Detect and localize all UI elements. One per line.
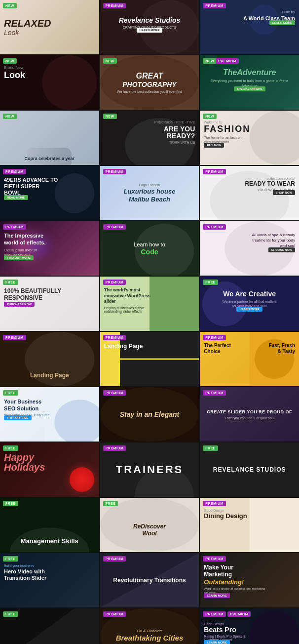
tile-13[interactable]: PREMIUM The Impressiveworld of effects. … — [0, 221, 99, 276]
tile-btn-15[interactable]: CHOOSE NOW — [268, 247, 295, 252]
tile-desc-24: Then you can, too. For your soul — [207, 416, 292, 420]
badge-free-28: FREE — [3, 501, 18, 506]
badge-new-6: NEW — [203, 58, 217, 64]
tile-subtitle-33: Outstanding! — [204, 578, 268, 586]
tile-33[interactable]: PREMIUM Make YourMarketing Outstanding! … — [200, 553, 299, 607]
tile-20[interactable]: PREMIUM Landing Page — [100, 332, 199, 386]
tile-title-11: Luxurious houseMalibu Beach — [124, 188, 176, 203]
badge-new-4: NEW — [3, 58, 17, 64]
tile-9[interactable]: NEW Welcome to FASHION The home for an f… — [200, 111, 299, 165]
tile-23[interactable]: PREMIUM Stay in an Elegant — [100, 387, 199, 442]
badge-new-7: NEW — [3, 114, 17, 119]
tile-btn-13[interactable]: FIND OUT MORE — [4, 255, 34, 260]
tile-21[interactable]: PREMIUM The PerfectChoice Fast, Fresh& T… — [200, 332, 299, 386]
tile-12[interactable]: PREMIUM collections colorful READY TO WE… — [200, 166, 299, 220]
tile-label-36: Good Design — [204, 622, 246, 626]
tile-24[interactable]: PREMIUM CREATE SLIDER YOU'RE PROUD OF Th… — [200, 387, 299, 442]
badge-premium-13: PREMIUM — [3, 224, 26, 230]
tile-28[interactable]: FREE Management Skills — [0, 498, 99, 552]
badge-premium-36b: PREMIUM — [227, 611, 251, 617]
tile-btn-22[interactable]: TRY FOR FREE — [4, 415, 32, 420]
tile-btn-36[interactable]: LEARN MORE — [204, 640, 229, 644]
badge-free-27: FREE — [203, 445, 218, 451]
tile-label-35: Go & Discover — [116, 629, 184, 633]
tile-subtitle-5: PHOTOGRAPHY — [117, 80, 182, 88]
badge-premium-36a: PREMIUM — [203, 611, 226, 617]
badge-premium-11: PREMIUM — [103, 169, 126, 174]
tile-title-27: REVELANCE STUDIOS — [213, 466, 286, 473]
badge-premium-35: PREMIUM — [103, 611, 126, 617]
tile-title-18: We Are Creative — [222, 290, 276, 298]
tile-32[interactable]: PREMIUM Revolutionary Transitions — [100, 553, 199, 607]
template-grid: NEW RELAXED Look PREMIUM Revelance Studi… — [0, 0, 299, 644]
tile-17[interactable]: PREMIUM The world's most innovative Word… — [100, 277, 199, 331]
tile-6[interactable]: NEW PREMIUM TheAdventure Everything you … — [200, 55, 299, 110]
tile-16[interactable]: FREE 100% BEAUTIFULLYRESPONSIVE PURCHASE… — [0, 277, 99, 331]
tile-4[interactable]: NEW Brand New Look — [0, 55, 99, 110]
tile-26[interactable]: PREMIUM TRAINERS — [100, 443, 199, 497]
tile-3[interactable]: PREMIUM Built by A World Class Team LEAR… — [200, 0, 299, 54]
badge-premium-32: PREMIUM — [103, 556, 126, 562]
badge-free-22: FREE — [3, 390, 18, 396]
tile-14[interactable]: PREMIUM Learn how to Code — [100, 221, 199, 276]
tile-title-1: RELAXED — [4, 18, 95, 29]
tile-title-19: Landing Page — [4, 372, 95, 379]
tile-title-5: GREAT — [117, 72, 182, 80]
tile-title-25: HappyHolidays — [4, 452, 45, 472]
tile-15[interactable]: PREMIUM All kinds of spa & beauty treatm… — [200, 221, 299, 276]
tile-title-28: Management Skills — [4, 537, 95, 545]
tile-label-3: Built by — [243, 10, 295, 14]
tile-label-9: Welcome to — [204, 121, 250, 124]
tile-title-16: 100% BEAUTIFULLYRESPONSIVE — [4, 287, 61, 302]
tile-27[interactable]: FREE REVELANCE STUDIOS — [200, 443, 299, 497]
tile-18[interactable]: FREE We Are Creative We are a partner fo… — [200, 277, 299, 331]
tile-5[interactable]: NEW GREAT PHOTOGRAPHY We have the best c… — [100, 55, 199, 110]
tile-desc-8: TRAIN WITH US — [154, 141, 195, 144]
badge-premium-19: PREMIUM — [3, 335, 26, 340]
tile-22[interactable]: FREE Your BusinessSEO Solution Your Solu… — [0, 387, 99, 442]
tile-btn-2[interactable]: LEARN MORE — [137, 28, 162, 33]
tile-title-30: Dining Design — [204, 512, 247, 520]
tile-btn-18[interactable]: LEARN MORE — [236, 307, 262, 312]
tile-36[interactable]: PREMIUM PREMIUM Good Design Beats Pro Ra… — [200, 608, 299, 644]
tile-title-32: Revolutionary Transitions — [113, 577, 186, 584]
tile-title-7: Cupra celebrates a year — [0, 156, 99, 161]
tile-title-35: Breathtaking Cities — [116, 634, 184, 643]
tile-title-23: Stay in an Elegant — [120, 410, 180, 418]
tile-title-20: Landing Page — [104, 343, 143, 350]
tile-29[interactable]: FREE ReDiscoverWool — [100, 498, 199, 552]
tile-title-8: ARE YOUREADY? — [154, 125, 195, 139]
tile-title-14: Learn how to — [134, 241, 165, 248]
tile-10[interactable]: PREMIUM 49ERS ADVANCE TOFIFTH SUPERBOWL … — [0, 166, 99, 220]
badge-free-34: FREE — [3, 611, 18, 617]
tile-1[interactable]: NEW RELAXED Look — [0, 0, 99, 54]
badge-premium-12: PREMIUM — [203, 169, 226, 174]
tile-34[interactable]: FREE Luxury Interiors. — [0, 608, 99, 644]
tile-btn-3[interactable]: LEARN MORE — [269, 20, 295, 25]
tile-btn-12[interactable]: SHOP NOW — [273, 190, 295, 195]
tile-subtitle-21: Fast, Fresh& Tasty — [269, 343, 295, 355]
tile-30[interactable]: PREMIUM Good Design Dining Design — [200, 498, 299, 552]
tile-7[interactable]: NEW Cupra celebrates a year — [0, 111, 99, 165]
tile-label-4: Brand New — [4, 65, 25, 70]
tile-title-4: Look — [4, 71, 25, 80]
tile-btn-9[interactable]: BUY NOW — [204, 143, 224, 148]
tile-35[interactable]: PREMIUM Go & Discover Breathtaking Citie… — [100, 608, 199, 644]
tile-2[interactable]: PREMIUM Revelance Studios CRAFTING QUALI… — [100, 0, 199, 54]
tile-btn-6[interactable]: SPECIAL OFFERS — [234, 86, 265, 91]
tile-btn-33[interactable]: LEARN MORE — [204, 593, 229, 598]
tile-title-9: FASHION — [204, 124, 250, 134]
tile-8[interactable]: NEW PRECISION · FIRE · TIME ARE YOUREADY… — [100, 111, 199, 165]
badge-premium-10: PREMIUM — [3, 169, 26, 174]
tile-11[interactable]: PREMIUM Logo Friendly Luxurious houseMal… — [100, 166, 199, 220]
tile-31[interactable]: FREE Build your business Hero Video with… — [0, 553, 99, 607]
tile-title-29: ReDiscoverWool — [133, 523, 166, 537]
badge-premium-2: PREMIUM — [103, 3, 126, 8]
tile-25[interactable]: FREE HappyHolidays — [0, 443, 99, 497]
tile-btn-16[interactable]: PURCHASE NOW — [4, 302, 35, 307]
tile-title-31: Hero Video withTransition Slider — [4, 568, 46, 581]
badge-free-25: FREE — [3, 445, 18, 451]
tile-19[interactable]: PREMIUM Landing Page — [0, 332, 99, 386]
tile-title-12: READY TO WEAR — [245, 180, 295, 187]
tile-btn-10[interactable]: READ MORE — [4, 195, 28, 200]
